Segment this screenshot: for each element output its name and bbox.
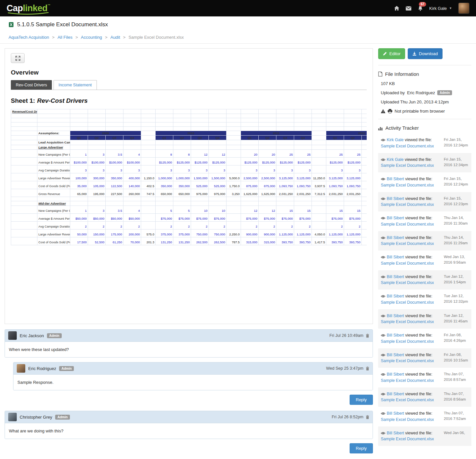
activity-user-link[interactable]: Bill Sibert	[387, 196, 404, 201]
activity-user-link[interactable]: Bill Sibert	[387, 392, 404, 396]
activity-file-link[interactable]: Sample Excel Document.xlsx	[381, 222, 434, 227]
sheet-tabs: Rev-Cost Drivers Income Statement	[11, 80, 367, 90]
editor-button[interactable]: Editor	[378, 48, 405, 59]
activity-entry-text: Bill Sibert viewed the file:Sample Excel…	[381, 215, 442, 228]
cell	[227, 109, 241, 114]
user-avatar[interactable]	[458, 3, 469, 14]
cell: $100,000	[123, 158, 141, 165]
activity-file-link[interactable]: Sample Excel Document.xlsx	[381, 417, 434, 422]
tab-income-statement[interactable]: Income Statement	[54, 80, 97, 90]
activity-user-link[interactable]: Bill Sibert	[387, 274, 404, 279]
cell	[173, 140, 191, 145]
breadcrumb-separator: >	[105, 35, 108, 40]
cell	[259, 145, 276, 150]
cell	[312, 145, 326, 150]
reply-button[interactable]: Reply	[350, 395, 373, 405]
breadcrumb-link-accounting[interactable]: Accounting	[81, 35, 102, 40]
user-menu[interactable]: Kirk Gale ▼	[429, 6, 452, 11]
activity-user-link[interactable]: Bill Sibert	[387, 431, 404, 435]
delete-comment-icon[interactable]	[366, 366, 369, 371]
activity-file-link[interactable]: Sample Excel Document.xlsx	[381, 261, 434, 266]
activity-file-link[interactable]: Sample Excel Document.xlsx	[381, 319, 434, 324]
cell: $75,000	[326, 214, 344, 222]
activity-user-link[interactable]: Bill Sibert	[387, 314, 404, 318]
caplinked-logo[interactable]: Caplinked™	[7, 4, 50, 13]
comment-text: Sample Response.	[13, 374, 373, 390]
cell	[11, 181, 37, 189]
activity-file-link[interactable]: Sample Excel Document.xlsx	[381, 378, 434, 383]
activity-date: Thu Jan 07, 2016 8:57am	[444, 371, 469, 384]
cell	[362, 150, 367, 158]
cell: 1,093,750	[276, 181, 294, 189]
cell	[156, 114, 173, 118]
reply-button[interactable]: Reply	[350, 443, 373, 453]
document-title: 5.1.0.5 Sample Excel Document.xlsx	[17, 21, 108, 28]
cell	[227, 140, 241, 145]
activity-date: Fri Jan 15, 2016 12:23pm	[444, 196, 469, 208]
cell: 787.5	[227, 237, 241, 245]
activity-file-link[interactable]: Sample Excel Document.xlsx	[381, 202, 434, 207]
comment-author: Eric Rodriguez	[28, 366, 56, 371]
quarter-header: Q3	[106, 136, 123, 140]
breadcrumb-link-audit[interactable]: Audit	[110, 35, 120, 40]
activity-user-link[interactable]: Bill Sibert	[387, 177, 404, 181]
cell	[141, 140, 156, 145]
notification-count-badge: 67	[419, 2, 426, 7]
activity-user-link[interactable]: Bill Sibert	[387, 235, 404, 240]
download-button[interactable]: Download	[408, 48, 443, 59]
activity-date: Fri Jan 08, 2016 10:15am	[444, 352, 469, 364]
activity-file-link[interactable]: Sample Excel Document.xlsx	[381, 359, 434, 363]
activity-file-link[interactable]: Sample Excel Document.xlsx	[381, 339, 434, 344]
activity-file-link[interactable]: Sample Excel Document.xlsx	[381, 241, 434, 246]
quarter-header: Q2	[173, 136, 191, 140]
breadcrumb-link-all-files[interactable]: All Files	[57, 35, 73, 40]
delete-comment-icon[interactable]	[366, 415, 369, 419]
quarter-header: Q1	[156, 136, 173, 140]
cell: 3	[123, 165, 141, 173]
cell: 5	[156, 206, 173, 214]
commenter-avatar	[8, 413, 17, 421]
breadcrumb-link-workspace[interactable]: AquaTech Acquisition	[9, 35, 49, 40]
fullscreen-expand-button[interactable]	[11, 53, 25, 63]
activity-user-link[interactable]: Kirk Gale	[387, 138, 403, 142]
cell: 1,125,000	[276, 229, 294, 237]
activity-user-link[interactable]: Bill Sibert	[387, 216, 404, 220]
cell: 20	[241, 150, 259, 158]
tab-rev-cost-drivers[interactable]: Rev-Cost Drivers	[11, 80, 52, 90]
activity-file-link[interactable]: Sample Excel Document.xlsx	[381, 437, 434, 441]
cell: 2	[276, 222, 294, 229]
sheet-horizontal-scroll-area[interactable]: Revenue/Cost DriversAssumptions:20092010…	[11, 109, 367, 322]
cell: 2	[173, 222, 191, 229]
cell	[312, 136, 326, 140]
cell	[276, 145, 294, 150]
home-icon[interactable]	[394, 6, 400, 11]
delete-comment-icon[interactable]	[366, 334, 369, 338]
cell	[241, 140, 259, 145]
activity-file-link[interactable]: Sample Excel Document.xlsx	[381, 144, 434, 148]
activity-file-link[interactable]: Sample Excel Document.xlsx	[381, 300, 434, 305]
activity-user-link[interactable]: Bill Sibert	[387, 255, 404, 259]
messages-icon[interactable]	[406, 6, 411, 11]
activity-user-link[interactable]: Bill Sibert	[387, 294, 404, 298]
download-icon	[412, 52, 417, 56]
cell: 2	[156, 222, 173, 229]
activity-entry: Bill Sibert viewed the file:Sample Excel…	[378, 407, 471, 426]
eye-icon	[381, 295, 385, 298]
activity-user-link[interactable]: Bill Sibert	[387, 353, 404, 357]
cell	[276, 109, 294, 114]
activity-date: Fri Jan 08, 2016 4:26pm	[444, 332, 469, 345]
cell	[312, 114, 326, 118]
notifications-bell-icon[interactable]: 67	[418, 6, 423, 11]
activity-user-link[interactable]: Bill Sibert	[387, 372, 404, 377]
activity-user-link[interactable]: Bill Sibert	[387, 333, 404, 338]
activity-user-link[interactable]: Bill Sibert	[387, 411, 404, 416]
activity-file-link[interactable]: Sample Excel Document.xlsx	[381, 398, 434, 402]
activity-file-link[interactable]: Sample Excel Document.xlsx	[381, 163, 434, 168]
comment-header: Eric RodriguezAdminWed Sep 25 3:47pm	[13, 362, 373, 374]
activity-user-link[interactable]: Kirk Gale	[387, 157, 403, 162]
cell	[156, 145, 173, 150]
quarter-header: Q2	[344, 136, 362, 140]
activity-file-link[interactable]: Sample Excel Document.xlsx	[381, 280, 434, 285]
activity-file-link[interactable]: Sample Excel Document.xlsx	[381, 183, 434, 187]
cell: 15	[294, 206, 312, 214]
